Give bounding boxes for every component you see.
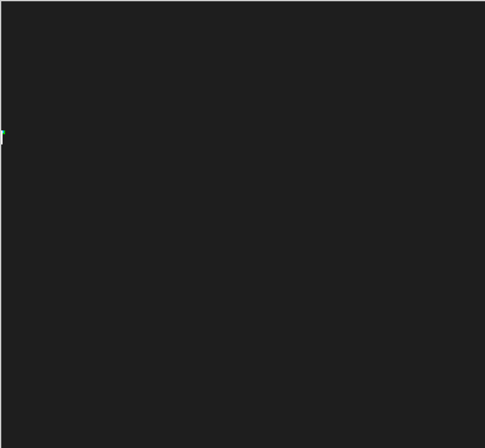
- text-cursor: [1, 130, 3, 144]
- comment-non-inline: [1, 38, 485, 57]
- highlight-box-green: [1, 130, 5, 134]
- source-call1: [1, 57, 485, 75]
- source-return: [1, 112, 485, 130]
- highlight-box-cyan: [1, 130, 4, 133]
- source-call2: [1, 94, 485, 112]
- comment-inline: [1, 75, 485, 94]
- source-signature: [1, 1, 485, 38]
